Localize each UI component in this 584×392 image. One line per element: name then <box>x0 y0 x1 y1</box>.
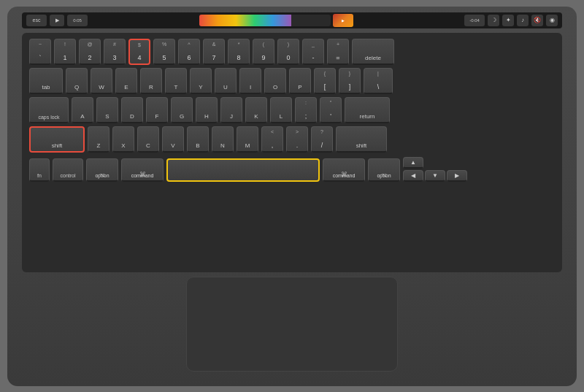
modifier-row: fn control ⌥ option ⌘ command ⌘ command … <box>29 155 555 182</box>
keyboard: ~ ` ! 1 @ 2 # 3 $ 4 % 5 <box>22 33 562 272</box>
key-backtick[interactable]: ~ ` <box>29 39 51 65</box>
key-g[interactable]: G <box>171 97 193 123</box>
tb-siri-icon[interactable]: ◉ <box>546 15 558 26</box>
key-f[interactable]: F <box>146 97 168 123</box>
key-v[interactable]: V <box>162 126 184 153</box>
key-8[interactable]: * 8 <box>228 39 250 65</box>
key-3[interactable]: # 3 <box>104 39 126 65</box>
key-k[interactable]: K <box>245 97 267 123</box>
key-u[interactable]: U <box>215 68 237 94</box>
key-shift-right[interactable]: shift <box>336 126 387 153</box>
touch-bar: esc ▶ 0:05 ▶ -0:04 ☽ ✦ ♪ 🔇 ◉ <box>22 12 562 28</box>
key-9[interactable]: ( 9 <box>253 39 274 65</box>
key-period[interactable]: > . <box>286 126 308 153</box>
laptop-body: esc ▶ 0:05 ▶ -0:04 ☽ ✦ ♪ 🔇 ◉ <box>7 7 577 386</box>
number-row: ~ ` ! 1 @ 2 # 3 $ 4 % 5 <box>29 39 555 65</box>
tb-play-button[interactable]: ▶ <box>50 15 64 26</box>
key-y[interactable]: Y <box>190 68 212 94</box>
key-arrow-right[interactable]: ▶ <box>447 170 467 182</box>
tb-time-end: -0:04 <box>464 15 485 26</box>
key-spacebar[interactable] <box>166 158 320 182</box>
key-s[interactable]: S <box>96 97 118 123</box>
key-e[interactable]: E <box>115 68 137 94</box>
key-backslash[interactable]: | \ <box>364 68 393 94</box>
key-rbracket[interactable]: } ] <box>339 68 361 94</box>
tb-mute-icon[interactable]: 🔇 <box>531 15 543 26</box>
key-command-left[interactable]: ⌘ command <box>121 158 164 182</box>
key-2[interactable]: @ 2 <box>79 39 101 65</box>
key-control[interactable]: control <box>53 158 83 182</box>
key-equal[interactable]: + = <box>327 39 349 65</box>
key-quote[interactable]: " ' <box>320 97 342 123</box>
key-b[interactable]: B <box>187 126 209 153</box>
key-5[interactable]: % 5 <box>153 39 175 65</box>
key-w[interactable]: W <box>91 68 112 94</box>
key-r[interactable]: R <box>140 68 162 94</box>
key-return[interactable]: return <box>345 97 390 123</box>
tb-moon-icon[interactable]: ☽ <box>488 15 499 26</box>
key-1[interactable]: ! 1 <box>54 39 76 65</box>
key-option-left[interactable]: ⌥ option <box>86 158 118 182</box>
tb-brightness-icon[interactable]: ✦ <box>502 15 514 26</box>
key-6[interactable]: ^ 6 <box>178 39 200 65</box>
key-capslock[interactable]: caps lock <box>29 97 69 123</box>
key-h[interactable]: H <box>196 97 218 123</box>
qwerty-row: tab Q W E R T Y U I O P { [ } ] | \ <box>29 68 555 94</box>
asdf-row: caps lock A S D F G H J K L : ; " ' retu… <box>29 97 555 123</box>
key-z[interactable]: Z <box>88 126 110 153</box>
tb-volume-icon[interactable]: ♪ <box>517 15 529 26</box>
key-7[interactable]: & 7 <box>203 39 225 65</box>
key-l[interactable]: L <box>270 97 292 123</box>
key-shift-left[interactable]: shift <box>29 126 85 153</box>
key-command-right[interactable]: ⌘ command <box>323 158 365 182</box>
tb-esc-key[interactable]: esc <box>26 15 47 26</box>
tb-thumbnail: ▶ <box>333 14 353 27</box>
key-tab[interactable]: tab <box>29 68 63 94</box>
key-slash[interactable]: ? / <box>311 126 333 153</box>
key-i[interactable]: I <box>239 68 261 94</box>
key-minus[interactable]: _ - <box>302 39 324 65</box>
key-0[interactable]: ) 0 <box>277 39 299 65</box>
key-arrow-up[interactable]: ▲ <box>403 157 423 169</box>
key-j[interactable]: J <box>220 97 242 123</box>
key-4[interactable]: $ 4 <box>128 39 150 65</box>
zxcv-row: shift Z X C V B N M < , > . ? / shift <box>29 126 555 153</box>
key-lbracket[interactable]: { [ <box>314 68 336 94</box>
trackpad-area <box>186 277 398 372</box>
trackpad[interactable] <box>186 277 398 372</box>
key-p[interactable]: P <box>289 68 311 94</box>
key-c[interactable]: C <box>137 126 159 153</box>
key-n[interactable]: N <box>212 126 234 153</box>
key-a[interactable]: A <box>72 97 93 123</box>
key-arrow-down[interactable]: ▼ <box>425 170 445 182</box>
key-semicolon[interactable]: : ; <box>295 97 317 123</box>
key-delete[interactable]: delete <box>352 39 394 65</box>
key-q[interactable]: Q <box>66 68 88 94</box>
key-d[interactable]: D <box>121 97 143 123</box>
tb-progress-bar[interactable] <box>199 15 331 26</box>
key-t[interactable]: T <box>165 68 187 94</box>
key-arrow-left[interactable]: ◀ <box>403 170 423 182</box>
key-comma[interactable]: < , <box>261 126 283 153</box>
tb-time-start: 0:05 <box>67 15 88 26</box>
key-fn[interactable]: fn <box>29 158 50 182</box>
key-m[interactable]: M <box>237 126 258 153</box>
key-x[interactable]: X <box>112 126 134 153</box>
key-o[interactable]: O <box>264 68 286 94</box>
key-option-right[interactable]: ⌥ option <box>368 158 400 182</box>
